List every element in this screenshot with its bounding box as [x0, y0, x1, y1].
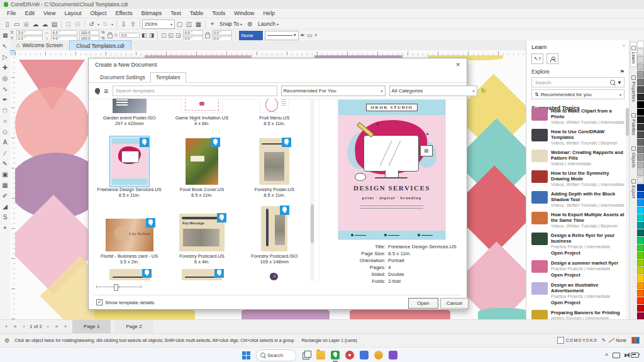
- page-tab[interactable]: Page 2: [114, 320, 153, 333]
- taskbar-app-icon[interactable]: [360, 351, 369, 359]
- hidden-icons-chevron[interactable]: ^: [605, 353, 608, 358]
- palette-swatch[interactable]: [637, 275, 644, 282]
- zoom-level-combo[interactable]: 293% ▾: [142, 19, 175, 29]
- next-page-button[interactable]: ›: [45, 324, 51, 329]
- palette-swatch[interactable]: [637, 71, 644, 78]
- toolbar-button[interactable]: ⌖: [208, 20, 217, 28]
- toolbar-button[interactable]: ⇩: [119, 21, 128, 28]
- cancel-button[interactable]: Cancel: [440, 298, 469, 309]
- topic-open-project-link[interactable]: Open Project: [551, 250, 625, 256]
- toolbar-button[interactable]: ▯: [3, 21, 12, 28]
- rotation-angle-field[interactable]: 0.0: [119, 33, 140, 38]
- palette-swatch[interactable]: [637, 192, 644, 199]
- object-width-field[interactable]: 6.0 ": [51, 30, 77, 35]
- lock-corners-icon[interactable]: [205, 34, 210, 38]
- menu-item[interactable]: View: [39, 10, 60, 16]
- tab-document-settings[interactable]: Document Settings: [95, 73, 150, 82]
- palette-swatch[interactable]: [637, 94, 644, 101]
- learn-search-input[interactable]: [534, 79, 608, 86]
- thumbnail-size-slider[interactable]: [96, 283, 142, 290]
- docker-tab[interactable]: Export: [631, 176, 636, 201]
- coreldraw-taskbar-icon[interactable]: [331, 351, 340, 359]
- toolbox-tool[interactable]: ✎: [1, 160, 9, 167]
- toolbox-tool[interactable]: ▣: [1, 171, 9, 178]
- menu-item[interactable]: Edit: [21, 10, 40, 16]
- outline-width-combo[interactable]: None: [239, 31, 263, 40]
- toolbar-button[interactable]: [84, 20, 85, 28]
- toolbar-button[interactable]: ↻: [101, 21, 110, 28]
- docker-tab[interactable]: Learn: [630, 42, 637, 67]
- palette-swatch[interactable]: [637, 41, 644, 48]
- palette-swatch[interactable]: [637, 109, 644, 116]
- toolbar-button[interactable]: ▣: [21, 21, 31, 28]
- palette-swatch[interactable]: [637, 244, 644, 251]
- toolbox-tool[interactable]: □: [1, 107, 9, 114]
- menu-item[interactable]: Tools: [208, 10, 230, 16]
- toolbox-tool[interactable]: S: [1, 214, 9, 221]
- learn-topic[interactable]: Adding Depth with the Block Shadow Tool …: [531, 191, 625, 207]
- template-card[interactable]: [240, 269, 309, 280]
- page-tab[interactable]: Page 1: [72, 320, 111, 333]
- artistic-text-icon[interactable]: ✒: [301, 32, 306, 38]
- menu-item[interactable]: Object: [86, 10, 111, 16]
- last-page-button[interactable]: »: [53, 324, 60, 329]
- palette-swatch[interactable]: [637, 116, 644, 123]
- palette-swatch[interactable]: [637, 305, 644, 312]
- palette-swatch[interactable]: [637, 297, 644, 304]
- round-corner-icon[interactable]: ▢: [161, 32, 167, 38]
- toolbar-button[interactable]: ☁: [40, 21, 50, 28]
- template-card[interactable]: Food Book Cover.US 8.5 x 11in.: [167, 131, 236, 199]
- mirror-vertical-icon[interactable]: ◨: [148, 32, 154, 38]
- palette-swatch[interactable]: [637, 260, 644, 266]
- palette-swatch[interactable]: [637, 290, 644, 297]
- options-gear-icon[interactable]: ⚙: [245, 21, 255, 28]
- menu-item[interactable]: Layout: [60, 10, 86, 16]
- first-page-button[interactable]: «: [12, 324, 18, 329]
- template-card[interactable]: Garden event Poster.ISO 297 x 420mm: [95, 99, 164, 127]
- learn-topic[interactable]: Design a summer market flyer Practice Pr…: [531, 260, 625, 278]
- cloud-templates-icon[interactable]: [95, 88, 100, 94]
- corner-radius-field[interactable]: 0.0 ": [212, 30, 232, 35]
- template-card[interactable]: [95, 269, 164, 280]
- menu-item[interactable]: File: [3, 10, 21, 16]
- template-card[interactable]: Forestry Postcard.ISO 105 x 148mm: [240, 202, 309, 265]
- toolbox-tool[interactable]: ∿: [1, 85, 9, 92]
- refresh-templates-icon[interactable]: ↻: [481, 87, 486, 94]
- palette-swatch[interactable]: [637, 63, 644, 70]
- toolbox-tool[interactable]: ◎: [1, 75, 9, 82]
- corner-radius-field[interactable]: 0.0 ": [183, 30, 203, 35]
- toolbar-button[interactable]: ▢: [175, 21, 184, 28]
- chamfered-corner-icon[interactable]: ◲: [175, 32, 181, 38]
- toolbar-button[interactable]: ⊡: [64, 21, 73, 28]
- toolbar-button[interactable]: [61, 20, 62, 28]
- toolbar-button[interactable]: ⇧: [128, 21, 138, 28]
- template-grid-scrollbar[interactable]: [310, 99, 314, 281]
- palette-swatch[interactable]: [637, 86, 644, 93]
- template-search-input[interactable]: [113, 85, 277, 96]
- palette-swatch[interactable]: [637, 124, 644, 131]
- palette-status-icon[interactable]: [631, 337, 640, 344]
- palette-swatch[interactable]: [637, 282, 644, 289]
- toolbar-button[interactable]: ☁: [31, 21, 40, 28]
- toolbox-tool[interactable]: ◢: [1, 203, 9, 210]
- template-card[interactable]: Freelance Design Services.US 8.5 x 11in.: [95, 131, 164, 199]
- toolbar-button[interactable]: [116, 20, 117, 28]
- palette-swatch[interactable]: [637, 252, 644, 259]
- mirror-horizontal-icon[interactable]: ◧: [142, 32, 147, 38]
- learn-topic[interactable]: How to Use CorelDRAW Templates Videos, W…: [531, 129, 625, 145]
- menu-item[interactable]: Window: [230, 10, 258, 16]
- template-card[interactable]: Lily Rollins Florist - Business card - U…: [95, 202, 164, 265]
- menu-item[interactable]: Effects: [111, 10, 136, 16]
- docker-tab[interactable]: Objects: [631, 143, 636, 171]
- palette-swatch[interactable]: [637, 312, 644, 319]
- palette-swatch[interactable]: [637, 131, 644, 138]
- docker-tab[interactable]: Palettes: [631, 110, 636, 138]
- toolbar-button[interactable]: ▤: [50, 21, 59, 28]
- toolbar-button[interactable]: ▭: [12, 21, 21, 28]
- snap-to-dropdown[interactable]: Snap To ▾: [217, 21, 245, 27]
- toolbar-button[interactable]: ▦: [194, 21, 203, 28]
- object-x-field[interactable]: 3.0 ": [16, 30, 43, 35]
- network-icon[interactable]: [613, 353, 620, 358]
- palette-swatch[interactable]: [637, 229, 644, 236]
- status-gear-icon[interactable]: ⚙: [4, 337, 9, 344]
